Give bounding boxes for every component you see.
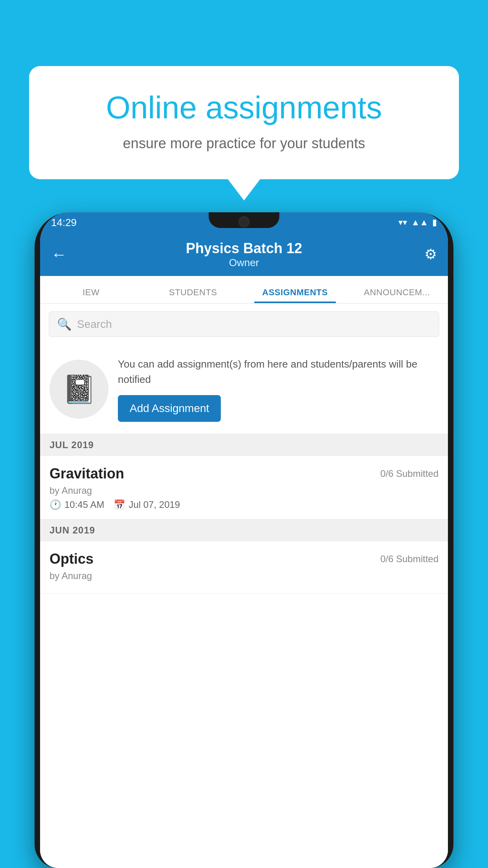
- phone-screen-inner: 14:29 ▾▾ ▲▲ ▮ ← Physics Batch 12 Owner ⚙…: [40, 212, 448, 868]
- assignment-time: 🕐 10:45 AM: [50, 499, 104, 510]
- assignment-item-optics[interactable]: Optics 0/6 Submitted by Anurag: [40, 541, 448, 594]
- assignment-date: 📅 Jul 07, 2019: [114, 499, 180, 510]
- search-bar-container: 🔍 Search: [40, 303, 448, 345]
- assignment-row1: Gravitation 0/6 Submitted: [50, 465, 438, 482]
- calendar-icon: 📅: [114, 499, 125, 510]
- front-camera: [238, 216, 250, 227]
- back-button[interactable]: ←: [51, 246, 75, 263]
- promo-content: You can add assignment(s) from here and …: [118, 357, 438, 422]
- tab-announcements[interactable]: ANNOUNCEM...: [346, 287, 448, 303]
- assignment-item-gravitation[interactable]: Gravitation 0/6 Submitted by Anurag 🕐 10…: [40, 456, 448, 519]
- header-title: Physics Batch 12: [75, 240, 413, 257]
- status-time: 14:29: [51, 217, 77, 229]
- section-header-jul: JUL 2019: [40, 434, 448, 456]
- assignment-name-gravitation: Gravitation: [50, 465, 124, 482]
- assignment-date-value: Jul 07, 2019: [128, 499, 180, 510]
- speech-bubble-title: Online assignments: [57, 90, 431, 126]
- tab-bar: IEW STUDENTS ASSIGNMENTS ANNOUNCEM...: [40, 276, 448, 303]
- tab-students[interactable]: STUDENTS: [142, 287, 244, 303]
- phone-screen-content: 🔍 Search 📓 You can add assignment(s) fro…: [40, 303, 448, 868]
- signal-icon: ▲▲: [411, 217, 428, 228]
- assignment-time-value: 10:45 AM: [64, 499, 104, 510]
- assignment-name-optics: Optics: [50, 551, 94, 567]
- section-header-jun: JUN 2019: [40, 519, 448, 541]
- speech-bubble-card: Online assignments ensure more practice …: [29, 66, 459, 179]
- search-placeholder: Search: [77, 318, 112, 331]
- speech-bubble-subtitle: ensure more practice for your students: [57, 135, 431, 152]
- assignment-by-optics: by Anurag: [50, 570, 438, 581]
- tab-iew[interactable]: IEW: [40, 287, 142, 303]
- phone-frame: 14:29 ▾▾ ▲▲ ▮ ← Physics Batch 12 Owner ⚙…: [35, 212, 453, 868]
- assignment-submitted-gravitation: 0/6 Submitted: [380, 468, 438, 479]
- assignment-by-gravitation: by Anurag: [50, 485, 438, 496]
- status-icons: ▾▾ ▲▲ ▮: [398, 217, 437, 228]
- promo-text: You can add assignment(s) from here and …: [118, 357, 438, 387]
- search-icon: 🔍: [57, 317, 72, 331]
- wifi-icon: ▾▾: [398, 217, 407, 228]
- promo-icon-circle: 📓: [50, 360, 108, 419]
- assignment-meta-gravitation: 🕐 10:45 AM 📅 Jul 07, 2019: [50, 499, 438, 510]
- tab-assignments[interactable]: ASSIGNMENTS: [244, 287, 346, 303]
- app-header: ← Physics Batch 12 Owner ⚙: [40, 233, 448, 276]
- notebook-icon: 📓: [62, 373, 96, 405]
- header-subtitle: Owner: [75, 257, 413, 269]
- clock-icon: 🕐: [50, 499, 61, 510]
- phone-notch: [209, 212, 279, 228]
- add-assignment-button[interactable]: Add Assignment: [118, 395, 221, 422]
- search-bar[interactable]: 🔍 Search: [49, 311, 439, 337]
- assignment-submitted-optics: 0/6 Submitted: [380, 554, 438, 565]
- promo-banner: 📓 You can add assignment(s) from here an…: [40, 345, 448, 434]
- header-title-area: Physics Batch 12 Owner: [75, 240, 413, 269]
- battery-icon: ▮: [432, 217, 437, 228]
- assignment-row1-optics: Optics 0/6 Submitted: [50, 551, 438, 567]
- settings-button[interactable]: ⚙: [413, 246, 437, 263]
